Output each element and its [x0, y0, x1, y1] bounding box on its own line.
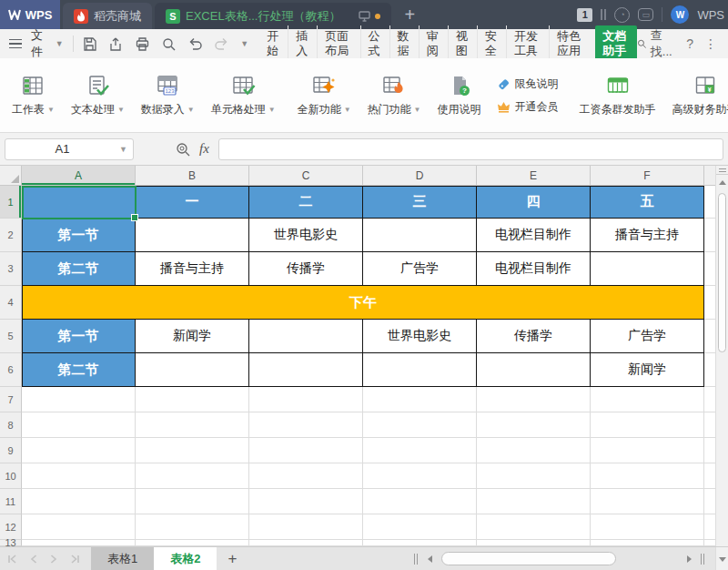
column-header-c[interactable]: C	[249, 166, 363, 185]
cell-e6[interactable]	[477, 353, 591, 387]
text-processing-button[interactable]: 文本处理▼	[63, 73, 133, 117]
cell[interactable]	[22, 438, 136, 463]
first-sheet-button[interactable]	[7, 555, 17, 564]
cell-e3[interactable]: 电视栏目制作	[477, 252, 591, 286]
column-header-a[interactable]: A	[22, 166, 136, 185]
cell[interactable]	[591, 514, 704, 540]
cell-b6[interactable]	[136, 353, 249, 387]
tab-data[interactable]: 数据	[389, 25, 419, 62]
scroll-left-button[interactable]	[428, 555, 432, 563]
cell[interactable]	[136, 463, 249, 489]
more-menu-button[interactable]: ⋮	[704, 36, 717, 51]
cell-c3[interactable]: 传播学	[249, 252, 363, 286]
column-header-f[interactable]: F	[591, 166, 704, 185]
cell-c1[interactable]: 二	[249, 186, 363, 219]
scroll-right-button[interactable]	[687, 555, 692, 563]
cell[interactable]	[22, 540, 136, 546]
row-header[interactable]: 7	[0, 387, 22, 412]
cell-c6[interactable]	[249, 353, 363, 387]
scroll-up-button[interactable]	[716, 175, 728, 189]
quickbar-more-icon[interactable]: ▼	[235, 39, 254, 48]
row-header[interactable]: 2	[0, 219, 22, 252]
print-preview-button[interactable]	[156, 36, 182, 52]
cell-a3[interactable]: 第二节	[22, 252, 136, 286]
print-button[interactable]	[129, 36, 156, 52]
row-header[interactable]: 9	[0, 438, 22, 463]
cell[interactable]	[363, 438, 477, 463]
help-button[interactable]: ?	[686, 36, 693, 51]
cell-b3[interactable]: 播音与主持	[136, 252, 249, 286]
vertical-split-handle[interactable]	[716, 166, 728, 175]
tab-doc-assistant[interactable]: 文档助手	[595, 25, 637, 62]
cell-d3[interactable]: 广告学	[363, 252, 477, 286]
add-sheet-button[interactable]: +	[217, 547, 248, 570]
select-all-corner[interactable]	[0, 166, 22, 185]
cell[interactable]	[477, 387, 591, 412]
tab-insert[interactable]: 插入	[288, 25, 317, 62]
cell[interactable]	[22, 489, 136, 514]
cell[interactable]	[136, 412, 249, 438]
name-box[interactable]: A1 ▼	[5, 138, 134, 160]
cell-f5[interactable]: 广告学	[591, 320, 704, 353]
tab-page-layout[interactable]: 页面布局	[317, 25, 359, 62]
cell[interactable]	[363, 463, 477, 489]
name-box-chevron-icon[interactable]: ▼	[119, 145, 133, 154]
fx-button[interactable]: fx	[199, 141, 209, 157]
cell[interactable]	[477, 489, 591, 514]
cell[interactable]	[477, 514, 591, 540]
tab-security[interactable]: 安全	[477, 25, 506, 62]
column-header-b[interactable]: B	[136, 166, 249, 185]
cell-e1[interactable]: 四	[477, 186, 591, 219]
cell[interactable]	[249, 489, 363, 514]
cell-f3[interactable]	[591, 252, 704, 286]
cell[interactable]	[591, 489, 704, 514]
row-header[interactable]: 1	[0, 186, 22, 219]
save-button[interactable]	[76, 36, 103, 52]
row-header[interactable]: 8	[0, 412, 22, 438]
cell-d1[interactable]: 三	[363, 186, 477, 219]
formula-input[interactable]	[218, 138, 723, 160]
cell[interactable]	[249, 412, 363, 438]
tab-home[interactable]: 开始	[259, 25, 288, 62]
cell-a5[interactable]: 第一节	[22, 320, 136, 353]
new-features-button[interactable]: 全新功能▼	[289, 73, 359, 117]
cell[interactable]	[591, 463, 704, 489]
cell[interactable]	[22, 387, 136, 412]
integration-icon[interactable]: ◔	[614, 7, 630, 23]
prev-sheet-button[interactable]	[30, 555, 37, 564]
vertical-scroll-thumb[interactable]	[718, 193, 726, 352]
cell[interactable]	[477, 463, 591, 489]
instructions-button[interactable]: ? 使用说明	[430, 73, 490, 117]
cell-f1[interactable]: 五	[591, 186, 704, 219]
cell[interactable]	[136, 438, 249, 463]
cell[interactable]	[136, 514, 249, 540]
horizontal-split-handle-right[interactable]	[701, 554, 704, 565]
cell[interactable]	[591, 387, 704, 412]
tab-review[interactable]: 审阅	[419, 25, 448, 62]
row-header[interactable]: 3	[0, 252, 22, 286]
tab-view[interactable]: 视图	[448, 25, 477, 62]
account-avatar[interactable]: W	[671, 5, 689, 24]
cell[interactable]	[363, 387, 477, 412]
cell-a4-merged-banner[interactable]: 下午	[22, 286, 704, 320]
cell[interactable]	[22, 514, 136, 540]
column-header-e[interactable]: E	[477, 166, 591, 185]
cell-c2[interactable]: 世界电影史	[249, 219, 363, 252]
horizontal-scroll-thumb[interactable]	[441, 552, 616, 565]
tab-formulas[interactable]: 公式	[360, 25, 389, 62]
cell[interactable]	[477, 438, 591, 463]
tab-developer[interactable]: 开发工具	[506, 25, 549, 62]
redo-button[interactable]	[208, 36, 235, 52]
cell[interactable]	[363, 514, 477, 540]
search-button[interactable]: 查找...	[637, 27, 675, 60]
cell-d2[interactable]	[363, 219, 477, 252]
row-header[interactable]: 4	[0, 286, 22, 320]
cell-f6[interactable]: 新闻学	[591, 353, 704, 387]
next-sheet-button[interactable]	[50, 555, 57, 564]
cell-b1[interactable]: 一	[136, 186, 249, 219]
free-limit-link[interactable]: 限免说明	[497, 76, 559, 92]
wallet-icon[interactable]: ▭	[638, 8, 653, 21]
cell[interactable]	[136, 489, 249, 514]
data-entry-button[interactable]: 123 数据录入▼	[133, 73, 203, 117]
row-header[interactable]: 10	[0, 463, 22, 489]
